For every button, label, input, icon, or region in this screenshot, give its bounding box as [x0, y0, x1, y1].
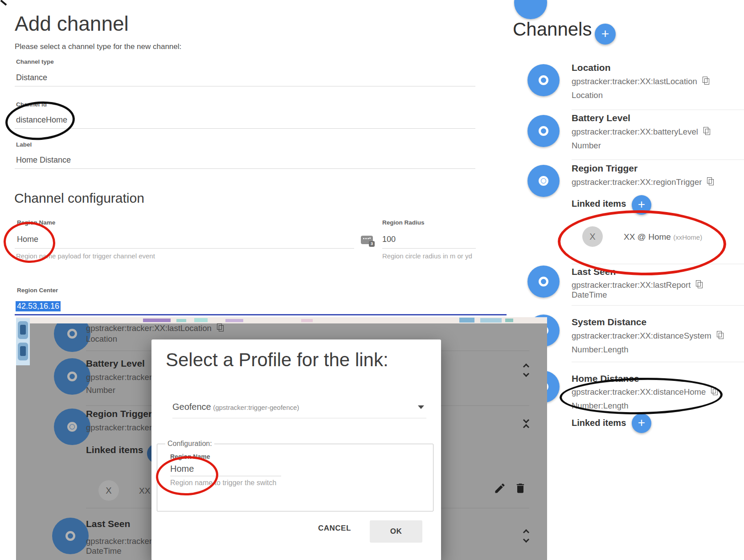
region-name-underline [15, 248, 354, 249]
dialog-region-name-label: Region Name [170, 453, 210, 460]
map-fragment [459, 318, 474, 323]
copy-icon[interactable] [703, 77, 709, 84]
profile-select-suffix: (gpstracker:trigger-geofence) [213, 404, 299, 411]
copy-icon[interactable] [717, 331, 723, 339]
profile-dialog: Select a Profile for the link: Geofence … [151, 339, 441, 560]
channel-type: DateTime [572, 290, 607, 300]
channel-uid-row: gpstracker:tracker:XX:distanceSystem [572, 331, 723, 341]
map-label-fragment [143, 319, 171, 322]
expand-icon [524, 364, 528, 376]
channels-panel-title: Channels [513, 19, 592, 40]
region-name-input[interactable]: Home [17, 235, 38, 244]
channel-state-icon [527, 115, 560, 147]
state-ring-icon [65, 531, 75, 541]
channel-title: Location [572, 62, 611, 73]
chevron-up-icon [523, 424, 529, 430]
channel-id-underline [15, 128, 475, 129]
profile-select[interactable]: Geofence (gpstracker:trigger-geofence) [172, 402, 299, 412]
bg-channel-title: Battery Level [86, 358, 145, 369]
dropdown-caret-icon[interactable] [418, 405, 424, 409]
copy-icon[interactable] [703, 127, 710, 135]
ok-button[interactable]: OK [370, 520, 422, 543]
channel-uid: gpstracker:tracker:XX:regionTrigger [572, 177, 702, 187]
state-ring-icon [539, 75, 548, 85]
linked-items-header: Linked items [572, 418, 626, 428]
channel-uid-row: gpstracker:tracker:XX:lastLocation [572, 77, 709, 86]
cancel-button[interactable]: CANCEL [311, 519, 358, 538]
channel-id-label: Channel id [16, 101, 47, 108]
label-field-input[interactable]: Home Distance [16, 155, 71, 165]
add-link-button[interactable]: + [632, 413, 651, 433]
input-assistant-icon[interactable]: 3 [361, 236, 373, 244]
channel-type: Number:Length [572, 345, 629, 355]
region-radius-label: Region Radius [382, 219, 425, 226]
row-divider [572, 264, 744, 264]
dialog-region-name-underline [170, 476, 281, 476]
chevron-down-icon [523, 536, 529, 543]
region-name-helper: Region name payload for trigger channel … [16, 252, 155, 260]
channel-uid-row: gpstracker:tracker:XX:regionTrigger [572, 177, 713, 187]
bg-channel-uid: gpstracker:tracker:XX:lastLocation [86, 323, 212, 333]
page-title: Add channel [15, 12, 129, 36]
map-fragment [194, 318, 208, 322]
state-ring-icon [67, 372, 77, 381]
channel-uid: gpstracker:tracker:XX:lastLocation [572, 77, 697, 86]
copy-icon[interactable] [696, 280, 702, 288]
channel-title: Last Seen [572, 266, 616, 277]
row-divider [572, 305, 744, 306]
trigger-dot-icon [541, 179, 546, 183]
linked-item-avatar: X [582, 226, 603, 247]
edit-pencil-icon [494, 482, 506, 495]
channel-title: Battery Level [572, 113, 630, 123]
trigger-dot-icon [70, 425, 74, 429]
dialog-region-name-helper: Region name to trigger the switch [170, 479, 276, 487]
bg-channel-type: DateTime [86, 546, 122, 556]
bg-channel-type: Number [86, 385, 115, 395]
linked-items-header: Linked items [572, 199, 626, 209]
bg-channel-type: Location [86, 334, 117, 344]
channel-title: Region Trigger [572, 163, 638, 174]
chevron-down-icon [523, 417, 529, 423]
bg-linked-items-header: Linked items [86, 445, 143, 455]
copy-icon[interactable] [711, 387, 717, 395]
copy-icon[interactable] [707, 177, 713, 185]
channel-uid-row: gpstracker:tracker:XX:lastReport [572, 280, 702, 290]
channel-id-input[interactable]: distanceHome [16, 115, 67, 125]
channel-trigger-icon [527, 165, 560, 197]
bg-channel-uid-row: gpstracker:tracker:XX:lastLocation [86, 323, 223, 333]
stray-mark [0, 0, 7, 6]
bg-channel-title: Region Trigger [86, 409, 152, 419]
channel-uid: gpstracker:tracker:XX:batteryLevel [572, 127, 698, 136]
state-ring-icon [539, 126, 548, 136]
partial-channel-icon [514, 0, 547, 19]
row-divider [572, 362, 744, 362]
map-zoom-in-button [18, 321, 28, 339]
region-radius-helper: Region circle radius in m or yd [382, 252, 472, 260]
delete-trash-icon [514, 482, 527, 495]
region-radius-input[interactable]: 100 [382, 235, 396, 244]
channel-uid-row: gpstracker:tracker:XX:batteryLevel [572, 127, 710, 137]
bg-linked-item-avatar: X [98, 480, 119, 501]
channel-title: Home Distance [572, 373, 639, 384]
map-fragment [301, 319, 313, 322]
region-center-focus-underline [15, 314, 507, 315]
row-divider [572, 110, 744, 110]
map-sliver [16, 317, 547, 323]
add-channel-button[interactable]: + [595, 24, 616, 45]
channel-type-value[interactable]: Distance [16, 73, 47, 82]
label-underline [15, 168, 475, 169]
map-zoom-control [16, 318, 30, 365]
region-center-input[interactable]: 42.53,16.16 [16, 301, 61, 311]
linked-item-label[interactable]: XX @ Home (xxHome) [624, 232, 702, 242]
linked-item-suffix: (xxHome) [673, 233, 702, 241]
row-divider [572, 159, 744, 160]
dialog-region-name-input[interactable]: Home [170, 464, 194, 474]
channel-title: System Distance [572, 317, 646, 327]
fieldset-legend: Configuration: [165, 440, 214, 448]
map-fragment [505, 319, 513, 322]
configuration-fieldset: Configuration: Region Name Home Region n… [157, 444, 433, 511]
map-fragment [480, 318, 502, 323]
add-link-button[interactable]: + [632, 195, 651, 215]
dialog-title: Select a Profile for the link: [166, 349, 388, 371]
state-ring-icon [539, 277, 548, 286]
